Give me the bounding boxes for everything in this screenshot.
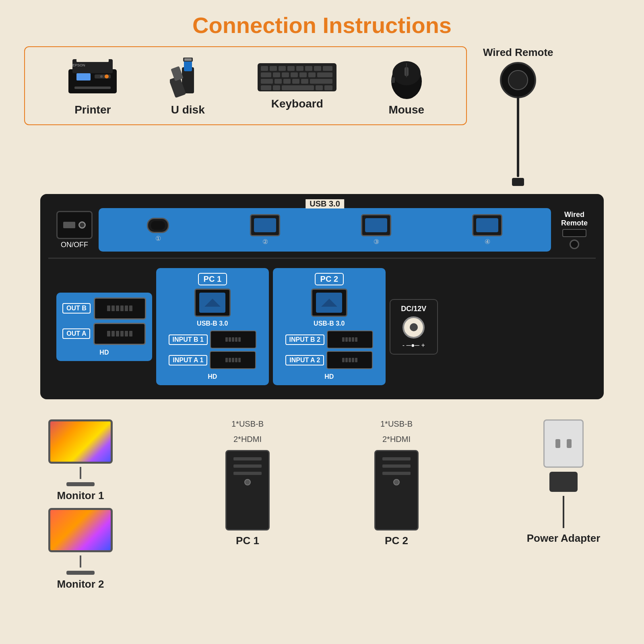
- power-adapter-label: Power Adapter: [527, 532, 601, 545]
- power-switch-inner: [63, 221, 86, 229]
- printer-device: EPSON Printer: [66, 55, 119, 116]
- toothA6: [129, 331, 132, 336]
- remote-cable: [517, 97, 519, 177]
- svg-rect-6: [76, 73, 91, 80]
- wired-remote-top-label: Wired Remote: [483, 46, 553, 59]
- pc1-t1: [225, 337, 228, 342]
- pc2-tA4: [352, 358, 354, 362]
- pc2-usb-b-port: [311, 289, 347, 317]
- pc2-hdmi-inputs: INPUT B 2 INPUT A 2: [285, 330, 373, 369]
- power-switch[interactable]: [56, 211, 93, 239]
- pc2-cable1-label: 1*USB-B: [380, 419, 413, 429]
- pc1-tower: [225, 450, 270, 530]
- hdmi-teeth-b: [107, 305, 132, 311]
- printer-icon: EPSON: [66, 55, 119, 99]
- pc1-input-a1-label: INPUT A 1: [169, 355, 207, 365]
- svg-rect-29: [308, 72, 316, 77]
- pc2-input-b2-label: INPUT B 2: [285, 334, 324, 345]
- bottom-section: Monitor 1 Monitor 2 1*USB-B 2*HDMI PC 1: [40, 419, 604, 590]
- svg-rect-38: [273, 85, 280, 90]
- tooth4: [120, 305, 124, 311]
- svg-rect-23: [323, 66, 332, 71]
- pc2-tA3: [349, 358, 351, 362]
- svg-rect-34: [292, 79, 299, 84]
- pc2-hdmi-teeth-a2: [342, 358, 357, 362]
- pc1-drive2: [233, 464, 262, 468]
- dc-section: DC/12V - ─●─ +: [390, 299, 438, 355]
- page-container: Connection Instructions: [0, 0, 644, 644]
- svg-rect-26: [282, 72, 289, 77]
- svg-rect-31: [261, 79, 273, 84]
- monitor1-stand: [80, 467, 81, 479]
- pc1-tA1: [225, 358, 228, 362]
- udisk-device: U disk: [170, 55, 206, 116]
- pc2-badge: PC 2: [315, 273, 344, 285]
- pc1-hdmi-inputs: INPUT B 1 INPUT A 1: [169, 330, 256, 369]
- pc2-tower: [374, 450, 419, 530]
- svg-rect-24: [261, 72, 271, 77]
- pc1-t5: [238, 337, 241, 342]
- udisk-label: U disk: [171, 103, 205, 116]
- pc1-usb-b-inner: [199, 293, 225, 313]
- svg-point-4: [105, 74, 109, 78]
- pc1-column: 1*USB-B 2*HDMI PC 1: [225, 419, 270, 547]
- pc2-input-a2-port: [326, 351, 373, 369]
- out-b-row: OUT B: [62, 297, 146, 320]
- svg-rect-21: [305, 66, 312, 71]
- devices-box: EPSON Printer U disk: [24, 46, 467, 125]
- tooth1: [107, 305, 110, 311]
- usb-c-inner: [151, 221, 165, 230]
- pc1-tA5: [238, 358, 241, 362]
- usb-a4-inner: [476, 218, 498, 232]
- tooth6: [129, 305, 132, 311]
- pc2-drive3: [382, 472, 411, 475]
- svg-rect-39: [282, 85, 314, 90]
- pc1-usb-b-notch: [204, 299, 221, 307]
- svg-rect-28: [299, 72, 307, 77]
- svg-rect-36: [310, 79, 332, 84]
- hdmi-teeth-a: [107, 331, 132, 336]
- svg-point-5: [100, 75, 103, 78]
- svg-text:EPSON: EPSON: [72, 63, 85, 67]
- pc2-tA1: [342, 358, 345, 362]
- pc2-bottom-label: PC 2: [385, 535, 408, 547]
- out-a-label: OUT A: [62, 328, 90, 339]
- pc2-tA5: [355, 358, 357, 362]
- svg-rect-32: [275, 79, 282, 84]
- pc2-usb-b-inner: [316, 293, 342, 313]
- monitor1-item: Monitor 1: [48, 419, 113, 502]
- svg-rect-16: [261, 66, 268, 71]
- pc1-input-section: PC 1 USB-B 3.0 INPUT B 1: [156, 268, 269, 385]
- keyboard-icon: [257, 61, 337, 93]
- printer-label: Printer: [74, 103, 111, 116]
- usb-a2-port: [250, 214, 280, 236]
- usb-c-port-item: ①: [147, 218, 169, 242]
- udisk-icon: [170, 55, 206, 99]
- power-switch-container: ON/OFF: [56, 211, 93, 249]
- out-a-row: OUT A: [62, 323, 146, 345]
- usb-a4-port-item: ④: [472, 214, 502, 246]
- adapter-body: [549, 472, 578, 492]
- svg-rect-22: [314, 66, 321, 71]
- pc1-tA2: [229, 358, 231, 362]
- svg-rect-33: [283, 79, 291, 84]
- pc2-drive2: [382, 464, 411, 468]
- pc1-t2: [229, 337, 231, 342]
- pc1-badge: PC 1: [198, 273, 227, 285]
- tooth3: [116, 305, 119, 311]
- mini-circle-port: [570, 239, 579, 249]
- usb-a3-inner: [365, 218, 387, 232]
- outlet-hole-left: [555, 439, 560, 448]
- mouse-device: Mouse: [388, 55, 425, 116]
- svg-rect-12: [184, 58, 192, 61]
- pc1-bottom-label: PC 1: [236, 535, 259, 547]
- dc-port: [402, 316, 425, 339]
- usb-a3-number: ③: [374, 238, 379, 246]
- dc-label: DC/12V: [401, 305, 426, 313]
- output-hd-label: HD: [99, 349, 109, 356]
- output-section: OUT B OUT A: [56, 293, 152, 361]
- tooth5: [125, 305, 128, 311]
- pc2-drive1: [382, 457, 411, 460]
- pc2-usb-b-label: USB-B 3.0: [314, 320, 345, 327]
- mini-usb-port: [562, 229, 586, 237]
